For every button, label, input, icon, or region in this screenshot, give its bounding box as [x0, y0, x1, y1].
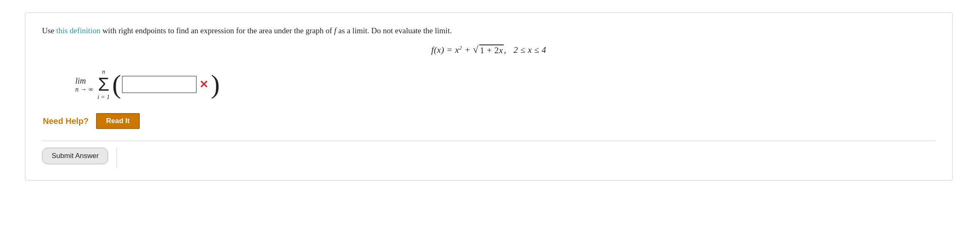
sigma-part: n Σ i = 1 [97, 68, 109, 101]
divider-line [42, 141, 935, 141]
page-container: Use this definition with right endpoints… [0, 0, 980, 235]
read-it-button[interactable]: Read It [96, 113, 140, 129]
lim-text: lim [75, 76, 86, 86]
answer-input[interactable] [122, 76, 197, 93]
submit-button[interactable]: Submit Answer [42, 148, 108, 164]
clear-icon[interactable]: ✕ [199, 78, 208, 91]
sigma-symbol: Σ [98, 75, 109, 94]
intro-text: Use [42, 26, 56, 35]
answer-box-area [116, 148, 241, 168]
sqrt-symbol: √ [473, 45, 479, 54]
sqrt-wrapper: √1 + 2x [473, 45, 504, 56]
paren-left: ( [112, 73, 121, 96]
sigma-sub: i = 1 [97, 94, 109, 101]
intro-rest: with right endpoints to find an expressi… [100, 26, 334, 35]
intro-end: as a limit. Do not evaluate the limit. [337, 26, 452, 35]
need-help-label: Need Help? [43, 116, 89, 126]
definition-link[interactable]: this definition [56, 26, 100, 35]
submit-area: Submit Answer [42, 148, 108, 164]
main-content: Use this definition with right endpoints… [25, 12, 953, 181]
limit-expression: lim n → ∞ n Σ i = 1 ( ✕ ) [75, 68, 935, 101]
math-function: f(x) = x2 + √1 + 2x, 2 ≤ x ≤ 4 [42, 45, 935, 56]
sqrt-content: 1 + 2x [479, 45, 504, 56]
bottom-row: Submit Answer [42, 148, 935, 168]
problem-text: Use this definition with right endpoints… [42, 25, 935, 37]
paren-right: ) [211, 73, 220, 96]
lim-part: lim n → ∞ [75, 76, 93, 93]
need-help-row: Need Help? Read It [43, 113, 935, 129]
lim-sub: n → ∞ [75, 86, 93, 93]
